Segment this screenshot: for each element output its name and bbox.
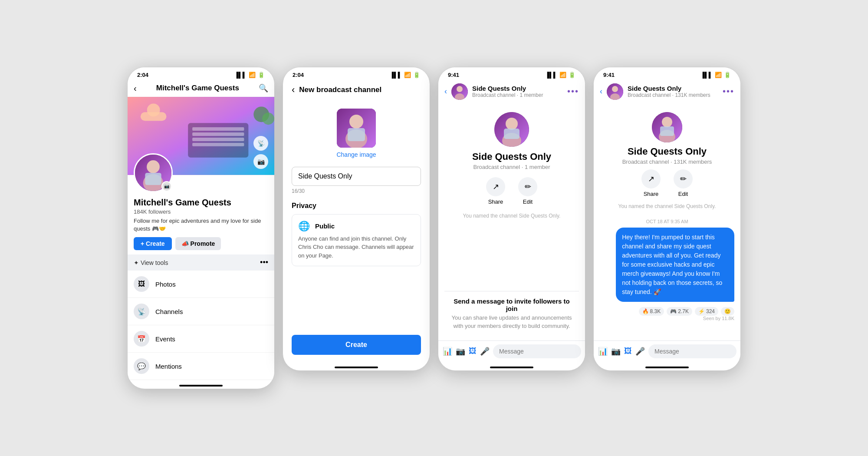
svg-rect-13 [145,173,161,185]
message-input-3[interactable] [493,344,581,358]
status-bar-1: 2:04 ▐▌▌ 📶 🔋 [128,67,274,80]
edit-icon-3: ✏ [518,177,537,196]
phone-channel-active: 9:41 ▐▌▌ 📶 🔋 ‹ Side Quests Only Broadcas… [593,67,741,371]
reaction-bolt[interactable]: ⚡ 324 [695,307,718,316]
wifi-icon-3: 📶 [559,72,566,78]
svg-rect-5 [192,143,244,146]
ch-avatar-3 [451,83,468,100]
channel-body-3: Side Quests Only Broadcast channel · 1 m… [438,103,585,340]
bar-chart-icon-4[interactable]: 📊 [598,347,608,356]
bar-chart-icon-3[interactable]: 📊 [443,347,452,356]
reaction-game[interactable]: 🎮 2.7K [667,307,692,316]
search-button-1[interactable]: 🔍 [259,83,268,93]
mic-icon-4[interactable]: 🎤 [635,347,645,356]
channel-image-area: Change image [292,109,421,158]
signal-icon-4: ▐▌▌ [700,72,713,78]
phone-profile: 2:04 ▐▌▌ 📶 🔋 ‹ Mitchell's Game Quests 🔍 [127,67,275,389]
date-label-4: OCT 18 AT 9:35 AM [600,219,734,224]
ch-info-4: Side Quests Only Broadcast channel · 131… [628,85,718,98]
reactions-row-4: 🔥 8.3K 🎮 2.7K ⚡ 324 🙂 [639,307,734,316]
privacy-card-header: 🌐 Public [298,221,414,232]
svg-point-26 [612,86,618,92]
back-button-4[interactable]: ‹ [600,87,602,96]
promote-button[interactable]: 📣 Promote [175,237,221,250]
svg-rect-17 [348,128,365,141]
signal-icon-2: ▐▌▌ [390,72,402,78]
view-tools-button[interactable]: ✦ View tools [134,259,168,266]
back-button-2[interactable]: ‹ [292,84,295,96]
image-icon-3[interactable]: 🖼 [469,347,477,356]
system-msg-3: You named the channel Side Quests Only. [463,213,561,219]
home-indicator-1 [128,380,274,389]
ch-big-sub-4: Broadcast channel · 131K members [622,159,712,165]
back-button-1[interactable]: ‹ [134,83,137,93]
privacy-card[interactable]: 🌐 Public Anyone can find and join this c… [292,214,421,267]
avatar-camera-btn[interactable]: 📷 [161,181,172,192]
channels-btn[interactable]: 📡 [253,136,268,151]
emoji-icon-3[interactable]: 🙂 [585,347,585,356]
ch-name-3: Side Quests Only [472,85,563,92]
time-1: 2:04 [137,72,148,78]
menu-item-photos[interactable]: 🖼 Photos [128,271,274,298]
ch-avatar-img-4 [607,83,623,100]
ch-more-btn-4[interactable]: ••• [723,86,734,96]
profile-name: Mitchell's Game Quests [134,198,268,208]
ch-big-name-3: Side Quests Only [472,151,551,162]
battery-icon-3: 🔋 [569,72,575,78]
mic-icon-3[interactable]: 🎤 [480,347,490,356]
reaction-fire[interactable]: 🔥 8.3K [639,307,664,316]
message-input-4[interactable] [648,344,736,358]
input-bar-4: 📊 📷 🖼 🎤 🙂 👍 [594,340,740,362]
svg-point-22 [506,118,518,130]
battery-icon: 🔋 [258,72,265,78]
privacy-description: Anyone can find and join this channel. O… [298,235,414,260]
ch-more-btn-3[interactable]: ••• [567,86,579,96]
view-tools-bar: ✦ View tools ••• [128,254,274,271]
home-indicator-2 [283,362,430,370]
channel-name-input[interactable] [292,167,421,186]
ch-avatar-img-3 [451,83,468,100]
reaction-smile[interactable]: 🙂 [721,307,734,316]
back-button-3[interactable]: ‹ [444,87,447,96]
phone-channel-new: 9:41 ▐▌▌ 📶 🔋 ‹ Side Quests Only Broadcas… [438,67,585,371]
svg-point-29 [662,117,672,127]
svg-rect-3 [192,132,244,136]
ch-big-name-4: Side Quests Only [628,146,707,157]
signal-icon: ▐▌▌ [234,72,247,78]
create-channel-button[interactable]: Create [292,335,421,355]
svg-point-19 [457,86,463,92]
camera-icon-4[interactable]: 📷 [611,347,621,356]
battery-icon-2: 🔋 [413,72,420,78]
reaction-bolt-count: 324 [706,308,715,314]
ch-big-avatar-4 [652,112,682,142]
profile-actions: + Create 📣 Promote [134,237,268,250]
camera-icon-3[interactable]: 📷 [456,347,465,356]
share-action-3[interactable]: ↗ Share [486,177,505,205]
svg-rect-4 [192,138,244,141]
mentions-icon: 💬 [134,358,149,374]
menu-item-channels[interactable]: 📡 Channels [128,298,274,325]
change-image-link[interactable]: Change image [336,151,376,158]
menu-item-mentions[interactable]: 💬 Mentions [128,353,274,380]
edit-action-3[interactable]: ✏ Edit [518,177,537,205]
image-icon-4[interactable]: 🖼 [624,347,632,356]
more-options-btn[interactable]: ••• [260,258,268,267]
time-4: 9:41 [603,72,615,78]
svg-rect-2 [192,127,244,131]
home-indicator-4 [594,362,740,370]
reaction-game-count: 2.7K [678,308,689,314]
ch-action-row-3: ↗ Share ✏ Edit [486,177,537,205]
input-bar-3: 📊 📷 🖼 🎤 🙂 👍 [438,340,585,362]
menu-item-events[interactable]: 📅 Events [128,325,274,353]
emoji-icon-4[interactable]: 🙂 [740,347,741,356]
nav-title-1: Mitchell's Game Quests [156,84,239,93]
create-button[interactable]: + Create [134,237,172,250]
channel-thumbnail [337,109,376,148]
profile-menu-list: 🖼 Photos 📡 Channels 📅 Events 💬 Mentions [128,271,274,380]
edit-action-4[interactable]: ✏ Edit [674,169,693,197]
wifi-icon-2: 📶 [404,72,411,78]
share-label-3: Share [488,198,503,205]
new-channel-content: ‹ New broadcast channel [283,80,430,328]
share-action-4[interactable]: ↗ Share [641,169,661,197]
mentions-label: Mentions [155,363,182,370]
